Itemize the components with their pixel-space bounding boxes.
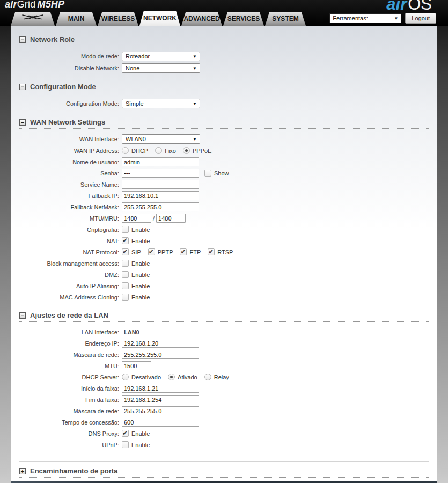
dropdown-arrow-icon: ▼ — [193, 54, 197, 59]
desativado-radio[interactable] — [122, 374, 129, 380]
rtsp-checkbox[interactable] — [208, 248, 215, 255]
enable-label: Enable — [131, 226, 150, 233]
password-row: Senha: Show — [11, 169, 437, 178]
lan-mtu-row: MTU: — [11, 361, 437, 370]
username-row: Nome de usuário: — [11, 157, 437, 166]
section-header-lan-settings[interactable]: − Ajustes de rede da LAN — [19, 311, 429, 322]
criptografia-row: Criptografia: Enable — [11, 225, 437, 234]
wan-ip-address-row: WAN IP Address: DHCP Fixo PPPoE — [11, 146, 437, 155]
range-end-input[interactable] — [122, 395, 199, 404]
section-header-port-forwarding[interactable]: + Encaminhamento de porta — [19, 467, 429, 478]
tools-select[interactable]: Ferramentas: ▼ — [329, 13, 401, 23]
mtu-mru-row: MTU/MRU: / — [11, 214, 437, 223]
disable-network-select[interactable]: None ▼ — [122, 63, 200, 73]
disable-network-value: None — [126, 65, 139, 71]
network-mode-row: Modo de rede: Roteador ▼ — [11, 52, 437, 61]
ativado-radio-label: Ativado — [178, 374, 197, 380]
section-header-wan-settings[interactable]: − WAN Network Settings — [19, 118, 429, 129]
lease-time-label: Tempo de concessão: — [11, 419, 122, 426]
tab-services[interactable]: SERVICES — [223, 12, 264, 26]
tab-network[interactable]: NETWORK — [139, 11, 180, 26]
wan-mru-input[interactable] — [156, 214, 186, 223]
lan-netmask-input[interactable] — [122, 350, 199, 359]
ativado-radio[interactable] — [168, 374, 175, 380]
auto-ip-aliasing-checkbox[interactable] — [122, 282, 129, 289]
section-divider — [19, 461, 429, 462]
wan-mtu-input[interactable] — [122, 214, 151, 223]
ftp-checkbox[interactable] — [180, 248, 187, 255]
dns-proxy-option: Enable — [122, 430, 150, 437]
collapse-icon[interactable]: − — [19, 84, 26, 90]
disable-network-row: Disable Network: None ▼ — [11, 63, 437, 73]
dhcp-radio-label: DHCP — [131, 148, 148, 154]
username-input[interactable] — [122, 157, 199, 166]
header-right: Ferramentas: ▼ Logout — [329, 13, 436, 24]
brand-grid: Grid — [17, 0, 36, 10]
lan-ip-input[interactable] — [122, 339, 199, 348]
wan-ip-address-label: WAN IP Address: — [11, 148, 122, 154]
sip-checkbox[interactable] — [122, 248, 129, 255]
airos-logo-os: OS — [408, 0, 432, 13]
fallback-netmask-input[interactable] — [122, 202, 199, 211]
brand-model: M5HP — [37, 0, 64, 10]
collapse-icon[interactable]: − — [19, 119, 26, 126]
service-name-label: Service Name: — [11, 181, 122, 188]
configuration-mode-label: Configuration Mode: — [11, 100, 122, 107]
service-name-row: Service Name: — [11, 180, 437, 189]
tab-main[interactable]: MAIN — [56, 12, 97, 26]
nat-protocol-row: NAT Protocol: SIP PPTP FTP RTSP — [11, 247, 437, 257]
section-header-network-role[interactable]: − Network Role — [19, 35, 429, 46]
service-name-input[interactable] — [122, 180, 199, 189]
block-management-option: Enable — [122, 260, 150, 267]
ubiquiti-antenna-icon — [21, 12, 45, 26]
wan-interface-select[interactable]: WLAN0 ▼ — [122, 134, 200, 144]
fixo-radio[interactable] — [155, 147, 162, 154]
nat-checkbox[interactable] — [122, 237, 129, 244]
block-management-checkbox[interactable] — [122, 260, 129, 267]
lease-time-input[interactable] — [122, 418, 199, 427]
nat-protocol-pptp-option: PPTP — [148, 248, 173, 255]
tab-advanced[interactable]: ADVANCED — [181, 12, 222, 26]
username-label: Nome de usuário: — [11, 159, 122, 165]
lan-mtu-input[interactable] — [122, 361, 151, 370]
range-start-input[interactable] — [122, 384, 199, 393]
mac-cloning-row: MAC Address Cloning: Enable — [11, 292, 437, 302]
collapse-icon[interactable]: − — [19, 312, 26, 319]
expand-icon[interactable]: + — [19, 468, 26, 474]
relay-radio[interactable] — [204, 374, 211, 380]
dmz-checkbox[interactable] — [122, 271, 129, 278]
configuration-mode-form: Configuration Mode: Simple ▼ — [11, 93, 437, 113]
upnp-checkbox[interactable] — [122, 441, 129, 448]
fallback-netmask-row: Fallback NetMask: — [11, 202, 437, 211]
nat-protocol-sip-option: SIP — [122, 248, 141, 255]
dhcp-server-label: DHCP Server: — [11, 374, 122, 380]
password-input[interactable] — [122, 169, 199, 178]
mac-cloning-checkbox[interactable] — [122, 294, 129, 301]
brand-air: air — [5, 0, 17, 10]
pptp-checkbox[interactable] — [148, 248, 155, 255]
wan-interface-row: WAN Interface: WLAN0 ▼ — [11, 134, 437, 144]
lan-mtu-label: MTU: — [11, 363, 122, 369]
section-title: Configuration Mode — [30, 83, 96, 91]
dns-proxy-checkbox[interactable] — [122, 430, 129, 437]
configuration-mode-select[interactable]: Simple ▼ — [122, 99, 200, 108]
criptografia-checkbox[interactable] — [122, 226, 129, 233]
show-password-option: Show — [204, 170, 229, 177]
logout-button[interactable]: Logout — [405, 13, 436, 24]
airos-logo-air: air — [386, 0, 407, 13]
mac-cloning-label: MAC Address Cloning: — [11, 294, 122, 301]
pppoe-radio[interactable] — [183, 147, 190, 154]
network-mode-select[interactable]: Roteador ▼ — [122, 52, 200, 61]
collapse-icon[interactable]: − — [19, 36, 26, 43]
tab-wireless[interactable]: WIRELESS — [98, 12, 138, 26]
fallback-ip-input[interactable] — [122, 191, 199, 200]
rtsp-label: RTSP — [217, 249, 233, 255]
range-start-row: Início da faixa: — [11, 384, 437, 393]
dhcp-radio[interactable] — [122, 147, 129, 154]
section-header-configuration-mode[interactable]: − Configuration Mode — [19, 83, 429, 93]
dmz-option: Enable — [122, 271, 150, 278]
show-password-checkbox[interactable] — [204, 170, 211, 177]
dhcp-netmask-input[interactable] — [122, 406, 199, 415]
tab-system[interactable]: SYSTEM — [265, 12, 306, 26]
tab-ubiquiti-home[interactable] — [11, 12, 55, 26]
